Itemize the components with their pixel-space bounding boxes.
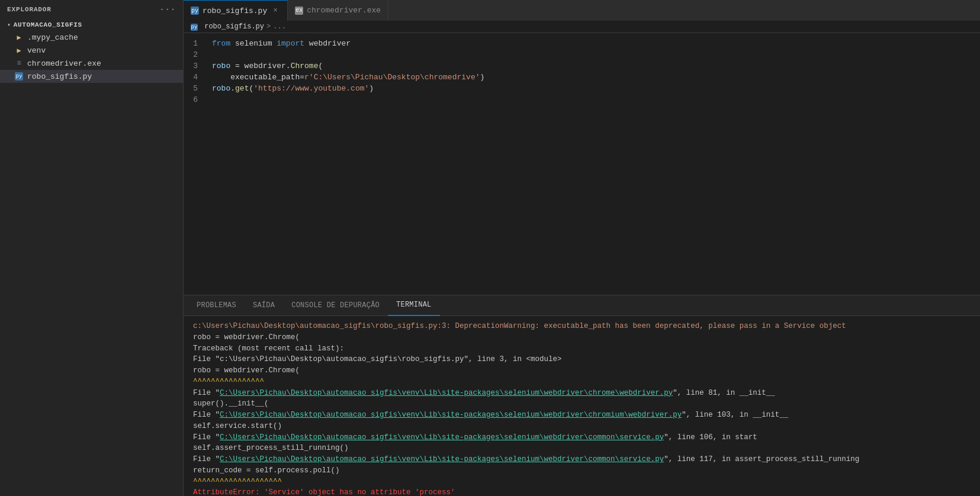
sidebar: EXPLORADOR ··· ▾ AUTOMACAO_SIGFIS ▶.mypy… [0, 0, 184, 496]
tab-bar: pyrobo_sigfis.py×exchromedriver.exe [184, 0, 980, 21]
panel-tab-problems[interactable]: PROBLEMAS [188, 295, 245, 316]
code-line-1: 1from selenium import webdriver [184, 38, 980, 49]
terminal-line-11: self.assert_process_still_running() [193, 443, 971, 454]
sidebar-header: EXPLORADOR ··· [0, 0, 183, 19]
code-editor[interactable]: 1from selenium import webdriver23robo = … [184, 33, 980, 295]
tab-label-chromedriver_tab: chromedriver.exe [307, 6, 381, 15]
line-content-5: robo.get('https://www.youtube.com') [207, 83, 980, 94]
sidebar-item-label-chromedriver: chromedriver.exe [27, 59, 101, 68]
tab-icon-robo_sigfis: py [191, 7, 199, 15]
py-icon: py [14, 72, 24, 81]
sidebar-item-label-mypy_cache: .mypy_cache [27, 33, 78, 42]
exe-icon: ≡ [14, 59, 24, 68]
more-icon[interactable]: ··· [159, 5, 176, 14]
line-number-2: 2 [184, 49, 207, 60]
breadcrumb-file: py robo_sigfis.py [191, 22, 264, 31]
tab-chromedriver_tab[interactable]: exchromedriver.exe [288, 0, 388, 21]
section-chevron-icon: ▾ [7, 21, 11, 28]
code-line-5: 5robo.get('https://www.youtube.com') [184, 83, 980, 94]
section-title-label: AUTOMACAO_SIGFIS [14, 21, 82, 28]
sidebar-items-list: ▶.mypy_cache▶venv≡chromedriver.exepyrobo… [0, 31, 183, 83]
terminal-line-3: File "c:\Users\Pichau\Desktop\automacao_… [193, 354, 971, 365]
sidebar-item-label-venv: venv [27, 46, 46, 55]
sidebar-item-robo_sigfis[interactable]: pyrobo_sigfis.py [0, 70, 183, 83]
line-number-3: 3 [184, 60, 207, 72]
panel-tab-saida[interactable]: SAÍDA [245, 295, 283, 316]
sidebar-item-label-robo_sigfis: robo_sigfis.py [27, 72, 92, 81]
line-number-5: 5 [184, 83, 207, 94]
line-content-2 [207, 49, 980, 60]
terminal-line-0: c:\Users\Pichau\Desktop\automacao_sigfis… [193, 321, 971, 332]
terminal-line-9: self.service.start() [193, 421, 971, 432]
terminal-line-7: super().__init__( [193, 398, 971, 410]
line-number-1: 1 [184, 38, 207, 49]
terminal-line-10: File "C:\Users\Pichau\Desktop\automacao_… [193, 432, 971, 443]
line-content-3: robo = webdriver.Chrome( [207, 60, 980, 72]
sidebar-header-icons: ··· [159, 5, 176, 14]
terminal-line-4: robo = webdriver.Chrome( [193, 365, 971, 376]
tab-label-robo_sigfis: robo_sigfis.py [203, 7, 267, 15]
code-line-6: 6 [184, 94, 980, 105]
terminal-line-14: ^^^^^^^^^^^^^^^^^^^^ [193, 476, 971, 488]
sidebar-item-chromedriver[interactable]: ≡chromedriver.exe [0, 57, 183, 70]
terminal-line-15: AttributeError: 'Service' object has no … [193, 487, 971, 496]
line-content-6 [207, 94, 980, 105]
folder-icon: ▶ [14, 46, 24, 55]
breadcrumb: py robo_sigfis.py > ... [184, 21, 980, 33]
tab-icon-chromedriver_tab: ex [295, 7, 303, 15]
code-lines-container: 1from selenium import webdriver23robo = … [184, 38, 980, 105]
line-content-1: from selenium import webdriver [207, 38, 980, 49]
breadcrumb-rest: ... [273, 22, 286, 31]
panel-tabs-container: PROBLEMASSAÍDACONSOLE DE DEPURAÇÃOTERMIN… [188, 295, 440, 316]
tab-robo_sigfis[interactable]: pyrobo_sigfis.py× [184, 0, 288, 21]
line-number-6: 6 [184, 94, 207, 105]
code-line-4: 4 executable_path=r'C:\Users\Pichau\Desk… [184, 72, 980, 83]
editor-area: 1from selenium import webdriver23robo = … [184, 33, 980, 496]
terminal-line-12: File "C:\Users\Pichau\Desktop\automacao_… [193, 454, 971, 465]
line-content-4: executable_path=r'C:\Users\Pichau\Deskto… [207, 72, 980, 83]
terminal-line-1: robo = webdriver.Chrome( [193, 332, 971, 343]
terminal-line-5: ^^^^^^^^^^^^^^^^ [193, 376, 971, 388]
panel-tabs: PROBLEMASSAÍDACONSOLE DE DEPURAÇÃOTERMIN… [184, 295, 980, 316]
terminal-content[interactable]: c:\Users\Pichau\Desktop\automacao_sigfis… [184, 316, 980, 496]
tab-close-robo_sigfis[interactable]: × [271, 6, 280, 15]
code-line-3: 3robo = webdriver.Chrome( [184, 60, 980, 72]
folder-icon: ▶ [14, 33, 24, 42]
terminal-line-13: return_code = self.process.poll() [193, 465, 971, 476]
terminal-lines-container: c:\Users\Pichau\Desktop\automacao_sigfis… [193, 321, 971, 496]
terminal-line-6: File "C:\Users\Pichau\Desktop\automacao_… [193, 388, 971, 399]
terminal-line-8: File "C:\Users\Pichau\Desktop\automacao_… [193, 410, 971, 421]
sidebar-item-venv[interactable]: ▶venv [0, 44, 183, 57]
sidebar-header-label: EXPLORADOR [7, 6, 52, 13]
breadcrumb-separator: > [266, 22, 271, 31]
main-area: pyrobo_sigfis.py×exchromedriver.exe py r… [184, 0, 980, 496]
sidebar-item-mypy_cache[interactable]: ▶.mypy_cache [0, 31, 183, 44]
sidebar-section-title[interactable]: ▾ AUTOMACAO_SIGFIS [0, 19, 183, 31]
code-line-2: 2 [184, 49, 980, 60]
line-number-4: 4 [184, 72, 207, 83]
panel-tab-console[interactable]: CONSOLE DE DEPURAÇÃO [283, 295, 388, 316]
panel-tab-terminal[interactable]: TERMINAL [388, 295, 440, 316]
terminal-line-2: Traceback (most recent call last): [193, 343, 971, 355]
tabs-container: pyrobo_sigfis.py×exchromedriver.exe [184, 0, 388, 21]
panel: PROBLEMASSAÍDACONSOLE DE DEPURAÇÃOTERMIN… [184, 295, 980, 496]
